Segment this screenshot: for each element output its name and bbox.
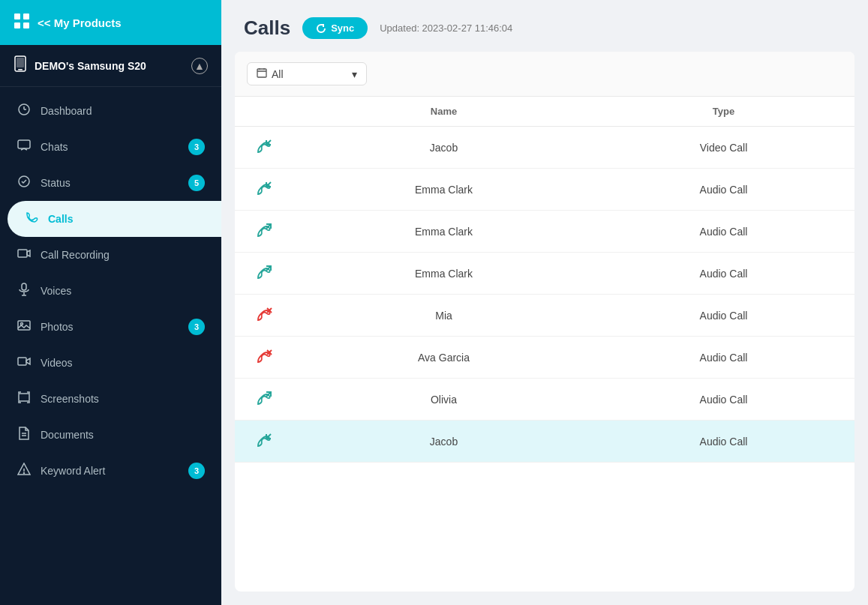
call-icon-cell — [235, 379, 295, 421]
table-row[interactable]: Emma ClarkAudio Call — [235, 253, 854, 295]
sidebar-item-calls[interactable]: Calls — [8, 201, 221, 237]
sidebar-item-documents[interactable]: Documents — [0, 417, 221, 453]
sidebar-item-screenshots-label: Screenshots — [41, 393, 99, 405]
photos-badge: 3 — [188, 319, 205, 335]
svg-rect-11 — [22, 283, 26, 290]
call-name: Jacob — [295, 127, 593, 169]
chat-icon — [17, 139, 32, 155]
table-row[interactable]: Emma ClarkAudio Call — [235, 169, 854, 211]
screenshot-icon — [17, 391, 32, 407]
sidebar-item-videos[interactable]: Videos — [0, 345, 221, 381]
call-type: Audio Call — [593, 295, 854, 337]
call-name: Ava Garcia — [295, 337, 593, 379]
status-icon — [17, 175, 32, 191]
doc-icon — [17, 427, 32, 443]
call-name: Olivia — [295, 379, 593, 421]
sidebar-item-chats[interactable]: Chats 3 — [0, 129, 221, 165]
main-header: Calls Sync Updated: 2023-02-27 11:46:04 — [221, 0, 868, 52]
sidebar-item-photos-label: Photos — [41, 321, 74, 333]
sidebar-item-photos[interactable]: Photos 3 — [0, 309, 221, 345]
photo-icon — [17, 319, 32, 335]
mic-icon — [17, 283, 32, 299]
call-icon-cell — [235, 127, 295, 169]
sidebar-item-keyword-alert[interactable]: Keyword Alert 3 — [0, 453, 221, 489]
device-name: DEMO's Samsung S20 — [35, 60, 146, 72]
svg-rect-6 — [17, 58, 24, 67]
page-title: Calls — [244, 16, 290, 40]
calendar-icon — [257, 67, 267, 80]
sidebar-item-status[interactable]: Status 5 — [0, 165, 221, 201]
sidebar-item-dashboard-label: Dashboard — [41, 105, 92, 117]
call-type: Audio Call — [593, 421, 854, 463]
phone-icon — [14, 55, 27, 76]
svg-rect-8 — [18, 140, 30, 148]
sidebar-item-chats-label: Chats — [41, 141, 68, 153]
chevron-up-icon[interactable]: ▲ — [191, 58, 208, 74]
sidebar-item-status-label: Status — [41, 177, 71, 189]
table-row[interactable]: JacobVideo Call — [235, 127, 854, 169]
sidebar-item-voices[interactable]: Voices — [0, 273, 221, 309]
sync-label: Sync — [331, 22, 354, 34]
call-icon-cell — [235, 211, 295, 253]
sidebar-item-calls-label: Calls — [48, 213, 73, 225]
keyword-alert-badge: 3 — [188, 463, 205, 479]
dashboard-icon — [17, 103, 32, 119]
sidebar-item-documents-label: Documents — [41, 429, 94, 441]
col-name: Name — [295, 97, 593, 127]
call-name: Mia — [295, 295, 593, 337]
sidebar-header[interactable]: << My Products — [0, 0, 221, 45]
sidebar-item-videos-label: Videos — [41, 357, 73, 369]
table-row[interactable]: Emma ClarkAudio Call — [235, 211, 854, 253]
chats-badge: 3 — [188, 139, 205, 155]
back-label: << My Products — [38, 16, 122, 29]
call-name: Emma Clark — [295, 169, 593, 211]
svg-rect-14 — [18, 321, 30, 330]
sync-icon — [316, 23, 326, 34]
call-name: Emma Clark — [295, 211, 593, 253]
sidebar-item-voices-label: Voices — [41, 285, 71, 297]
col-icon — [235, 97, 295, 127]
svg-rect-10 — [18, 250, 27, 257]
calls-table: Name Type JacobVideo Call Emma ClarkAudi… — [235, 97, 854, 463]
svg-rect-1 — [23, 13, 29, 19]
call-type: Audio Call — [593, 211, 854, 253]
call-type: Audio Call — [593, 169, 854, 211]
call-icon-cell — [235, 169, 295, 211]
svg-point-21 — [24, 473, 25, 474]
device-row: DEMO's Samsung S20 ▲ — [0, 45, 221, 87]
table-row[interactable]: MiaAudio Call — [235, 295, 854, 337]
svg-rect-16 — [18, 358, 26, 365]
grid-icon — [14, 13, 30, 33]
updated-text: Updated: 2023-02-27 11:46:04 — [380, 22, 512, 34]
status-badge: 5 — [188, 175, 205, 191]
call-icon-cell — [235, 295, 295, 337]
calls-icon — [24, 211, 39, 227]
table-row[interactable]: JacobAudio Call — [235, 421, 854, 463]
table-row[interactable]: OliviaAudio Call — [235, 379, 854, 421]
call-type: Audio Call — [593, 253, 854, 295]
filter-label: All — [272, 68, 284, 80]
sidebar-item-dashboard[interactable]: Dashboard — [0, 93, 221, 129]
table-row[interactable]: Ava GarciaAudio Call — [235, 337, 854, 379]
sync-button[interactable]: Sync — [302, 17, 368, 39]
filter-row: All ▾ — [235, 52, 854, 97]
alert-icon — [17, 463, 32, 479]
chevron-down-icon: ▾ — [352, 68, 357, 80]
svg-rect-17 — [19, 394, 29, 401]
svg-rect-2 — [14, 22, 20, 28]
call-type: Audio Call — [593, 337, 854, 379]
sidebar: << My Products DEMO's Samsung S20 ▲ — [0, 0, 221, 605]
svg-rect-22 — [257, 69, 266, 77]
main-content: Calls Sync Updated: 2023-02-27 11:46:04 — [221, 0, 868, 605]
filter-select[interactable]: All ▾ — [247, 62, 367, 85]
calls-table-container: All ▾ Name Type JacobVideo Call E — [235, 52, 854, 592]
col-type: Type — [593, 97, 854, 127]
nav-items: Dashboard Chats 3 — [0, 87, 221, 605]
video-icon — [17, 355, 32, 371]
sidebar-item-keyword-alert-label: Keyword Alert — [41, 465, 105, 477]
recording-icon — [17, 247, 32, 263]
device-info: DEMO's Samsung S20 — [14, 55, 146, 76]
sidebar-item-screenshots[interactable]: Screenshots — [0, 381, 221, 417]
call-name: Emma Clark — [295, 253, 593, 295]
sidebar-item-call-recording[interactable]: Call Recording — [0, 237, 221, 273]
